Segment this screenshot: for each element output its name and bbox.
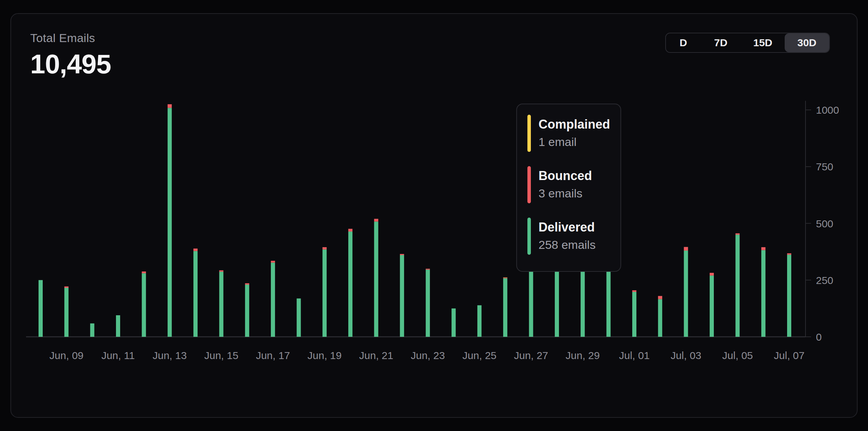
y-axis-tick-label: 500	[816, 218, 833, 229]
bar-delivered-jul-07[interactable]	[787, 255, 791, 337]
bar-delivered-jul-04[interactable]	[710, 276, 714, 337]
bar-bounced-jul-07[interactable]	[787, 253, 791, 255]
bar-bounced-jul-05[interactable]	[735, 233, 740, 235]
tooltip-series-value: 258 emails	[539, 236, 595, 254]
bar-bounced-jun-13[interactable]	[168, 104, 172, 108]
x-axis-tick-label: Jun, 25	[462, 350, 496, 361]
bar-delivered-jun-23[interactable]	[426, 270, 430, 337]
bar-bounced-jul-01[interactable]	[632, 290, 636, 292]
bar-bounced-jun-23[interactable]	[426, 269, 430, 270]
y-axis-tick-label: 250	[816, 275, 833, 286]
x-axis-tick-label: Jun, 21	[359, 350, 393, 361]
bar-delivered-jun-26[interactable]	[503, 278, 507, 337]
y-axis-tick-label: 0	[816, 331, 822, 343]
bar-delivered-jul-03[interactable]	[684, 251, 688, 337]
bar-bounced-jun-15[interactable]	[219, 270, 223, 272]
x-axis-tick-label: Jun, 19	[308, 350, 342, 361]
bar-bounced-jul-04[interactable]	[710, 273, 714, 276]
bar-delivered-jun-15[interactable]	[219, 272, 223, 337]
complained-color-pill	[527, 115, 531, 152]
x-axis-tick-label: Jul, 03	[670, 350, 701, 361]
tooltip-row-bounced: Bounced3 emails	[527, 166, 614, 203]
bar-bounced-jun-20[interactable]	[348, 229, 352, 231]
bar-delivered-jun-22[interactable]	[400, 255, 404, 337]
x-axis-tick-label: Jun, 11	[101, 350, 135, 361]
x-axis-tick-label: Jun, 13	[153, 350, 187, 361]
bar-complained-jun-26[interactable]	[503, 277, 507, 278]
bar-delivered-jun-24[interactable]	[452, 308, 456, 337]
bar-bounced-jul-03[interactable]	[684, 247, 688, 250]
bar-bounced-jun-19[interactable]	[323, 247, 327, 250]
bar-delivered-jul-06[interactable]	[761, 250, 766, 337]
x-axis-tick-label: Jul, 07	[774, 350, 804, 361]
bar-bounced-jun-14[interactable]	[193, 249, 198, 251]
tooltip-row-complained: Complained1 email	[527, 115, 614, 152]
bar-bounced-jun-09[interactable]	[64, 286, 68, 288]
bounced-color-pill	[527, 166, 531, 203]
x-axis-tick-label: Jul, 05	[722, 350, 753, 361]
x-axis-tick-label: Jun, 09	[49, 350, 83, 361]
tooltip-series-value: 1 email	[539, 133, 610, 151]
y-axis-tick-label: 750	[816, 161, 833, 172]
tooltip-series-value: 3 emails	[539, 184, 592, 202]
bar-delivered-jul-05[interactable]	[735, 235, 740, 337]
emails-bar-chart[interactable]: 02505007501000Jun, 09Jun, 11Jun, 13Jun, …	[0, 0, 868, 431]
bar-bounced-jun-12[interactable]	[142, 271, 146, 273]
bar-delivered-jun-19[interactable]	[323, 250, 327, 337]
bar-delivered-jun-25[interactable]	[477, 305, 482, 337]
x-axis-tick-label: Jun, 29	[566, 350, 600, 361]
x-axis-tick-label: Jun, 17	[256, 350, 290, 361]
chart-tooltip: Complained1 emailBounced3 emailsDelivere…	[516, 104, 621, 272]
bar-delivered-jun-08[interactable]	[39, 280, 43, 337]
bar-delivered-jul-02[interactable]	[658, 299, 662, 337]
bar-delivered-jul-01[interactable]	[632, 292, 636, 337]
tooltip-series-name: Bounced	[539, 168, 592, 184]
bar-delivered-jun-21[interactable]	[374, 221, 378, 337]
bar-delivered-jun-12[interactable]	[142, 273, 146, 337]
bar-delivered-jun-16[interactable]	[245, 285, 249, 337]
bar-bounced-jun-21[interactable]	[374, 219, 378, 222]
x-axis-tick-label: Jul, 01	[619, 350, 650, 361]
bar-bounced-jul-02[interactable]	[658, 296, 662, 299]
bar-bounced-jun-22[interactable]	[400, 254, 404, 255]
bar-delivered-jun-11[interactable]	[116, 315, 120, 337]
bar-delivered-jun-18[interactable]	[297, 299, 301, 337]
bar-delivered-jun-09[interactable]	[64, 288, 68, 337]
x-axis-tick-label: Jun, 27	[514, 350, 548, 361]
bar-delivered-jun-13[interactable]	[168, 108, 172, 337]
bar-delivered-jun-20[interactable]	[348, 231, 352, 337]
tooltip-series-name: Complained	[539, 116, 610, 133]
bar-delivered-jun-14[interactable]	[193, 251, 198, 337]
bar-bounced-jul-06[interactable]	[761, 247, 766, 250]
x-axis-tick-label: Jun, 15	[204, 350, 238, 361]
bar-delivered-jun-17[interactable]	[271, 263, 275, 337]
tooltip-row-delivered: Delivered258 emails	[527, 218, 614, 255]
bar-bounced-jun-17[interactable]	[271, 261, 275, 262]
bar-delivered-jun-10[interactable]	[90, 323, 94, 337]
y-axis-tick-label: 1000	[816, 104, 839, 116]
bar-bounced-jun-16[interactable]	[245, 283, 249, 285]
delivered-color-pill	[527, 218, 531, 255]
bar-bounced-jun-26[interactable]	[503, 278, 507, 278]
tooltip-series-name: Delivered	[539, 219, 595, 236]
x-axis-tick-label: Jun, 23	[411, 350, 445, 361]
